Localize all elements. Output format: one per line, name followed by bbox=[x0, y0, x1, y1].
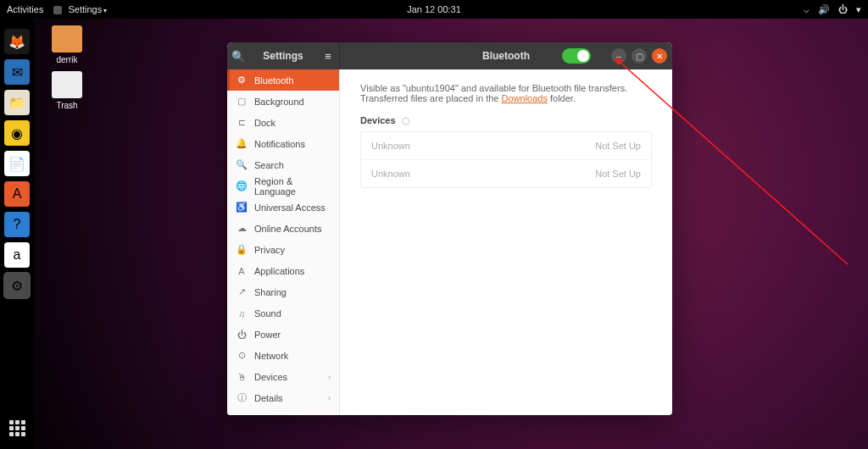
sidebar-icon: ♿ bbox=[236, 202, 248, 213]
hamburger-icon[interactable]: ≡ bbox=[317, 42, 339, 69]
device-status: Not Set Up bbox=[595, 169, 641, 179]
sidebar-icon: ⏻ bbox=[236, 330, 248, 340]
downloads-link[interactable]: Downloads bbox=[502, 93, 548, 103]
sidebar-item-applications[interactable]: AApplications bbox=[227, 260, 339, 281]
sidebar-item-power[interactable]: ⏻Power bbox=[227, 324, 339, 345]
sidebar-item-label: Online Accounts bbox=[254, 224, 322, 234]
dock-rhythmbox[interactable]: ◉ bbox=[4, 120, 30, 146]
dock-files[interactable]: 📁 bbox=[4, 90, 30, 115]
chevron-right-icon: › bbox=[328, 373, 331, 381]
sidebar-icon: 🔒 bbox=[236, 244, 248, 255]
sidebar-item-devices[interactable]: 🖱Devices› bbox=[227, 366, 339, 387]
device-name: Unknown bbox=[371, 141, 410, 151]
sidebar-icon: ▢ bbox=[236, 96, 248, 107]
sidebar-item-network[interactable]: ⊙Network bbox=[227, 345, 339, 366]
bluetooth-toggle[interactable] bbox=[562, 48, 591, 64]
sidebar-item-sound[interactable]: ♫Sound bbox=[227, 302, 339, 324]
clock[interactable]: Jan 12 00:31 bbox=[407, 4, 461, 14]
sidebar-item-label: Sound bbox=[254, 308, 281, 319]
device-name: Unknown bbox=[371, 169, 410, 179]
sidebar-icon: 🖱 bbox=[236, 372, 248, 382]
bluetooth-pane: Visible as "ubuntu1904" and available fo… bbox=[340, 69, 672, 415]
sidebar-icon: ☁ bbox=[236, 223, 248, 234]
sidebar-item-bluetooth[interactable]: ⚙Bluetooth bbox=[227, 69, 339, 91]
device-status: Not Set Up bbox=[595, 141, 641, 151]
system-menu-chevron[interactable]: ▾ bbox=[856, 4, 861, 15]
chevron-down-icon: ▾ bbox=[103, 7, 107, 14]
dock-software[interactable]: A bbox=[4, 181, 30, 207]
appmenu-icon bbox=[53, 6, 62, 14]
sidebar-icon: ⊙ bbox=[236, 350, 248, 361]
window-header: 🔍 Settings ≡ Bluetooth – ▢ ✕ bbox=[227, 42, 672, 69]
sidebar-icon: ↗ bbox=[236, 286, 248, 297]
maximize-button[interactable]: ▢ bbox=[632, 48, 647, 64]
sidebar-item-label: Sharing bbox=[254, 287, 287, 297]
window-title: Bluetooth bbox=[482, 50, 530, 62]
sidebar-item-label: Details bbox=[254, 393, 283, 403]
folder-icon bbox=[52, 25, 82, 53]
header-sidebar: 🔍 Settings ≡ bbox=[227, 42, 340, 69]
sidebar-item-background[interactable]: ▢Background bbox=[227, 91, 339, 112]
show-applications-button[interactable] bbox=[4, 415, 30, 441]
sidebar-item-label: Bluetooth bbox=[254, 75, 293, 86]
spinner-icon: ◌ bbox=[402, 115, 410, 126]
sidebar-item-label: Universal Access bbox=[254, 202, 326, 213]
sidebar-item-universal-access[interactable]: ♿Universal Access bbox=[227, 197, 339, 218]
sidebar-icon: ♫ bbox=[236, 308, 248, 319]
chevron-right-icon: › bbox=[328, 394, 331, 402]
sidebar-icon: 🔔 bbox=[236, 138, 248, 149]
dock-help[interactable]: ? bbox=[4, 212, 30, 237]
sidebar-item-details[interactable]: ⓘDetails› bbox=[227, 387, 339, 408]
trash-icon: ♻ bbox=[52, 71, 82, 98]
sidebar-item-sharing[interactable]: ↗Sharing bbox=[227, 281, 339, 302]
sidebar-icon: ⊏ bbox=[236, 117, 248, 128]
desktop-home-folder[interactable]: derrik bbox=[46, 25, 88, 64]
sidebar-icon: 🔍 bbox=[236, 159, 248, 170]
sidebar-item-online-accounts[interactable]: ☁Online Accounts bbox=[227, 218, 339, 239]
sidebar-item-label: Dock bbox=[254, 118, 275, 128]
sidebar-item-label: Region & Language bbox=[254, 176, 331, 197]
dock-settings[interactable]: ⚙ bbox=[4, 273, 30, 298]
sidebar-item-notifications[interactable]: 🔔Notifications bbox=[227, 133, 339, 154]
sidebar-item-dock[interactable]: ⊏Dock bbox=[227, 112, 339, 133]
volume-icon[interactable]: 🔊 bbox=[818, 4, 830, 15]
sidebar-icon: 🌐 bbox=[236, 180, 248, 191]
activities-button[interactable]: Activities bbox=[7, 4, 43, 14]
dock-thunderbird[interactable]: ✉ bbox=[4, 59, 30, 85]
power-icon[interactable]: ⏻ bbox=[838, 4, 848, 15]
sidebar-item-label: Search bbox=[254, 160, 284, 170]
sidebar-icon: ⚙ bbox=[236, 75, 248, 86]
sidebar-item-label: Devices bbox=[254, 372, 287, 382]
dock-writer[interactable]: 📄 bbox=[4, 151, 30, 176]
sidebar-item-label: Background bbox=[254, 97, 304, 107]
sidebar-item-search[interactable]: 🔍Search bbox=[227, 154, 339, 175]
dock-amazon[interactable]: a bbox=[4, 242, 30, 268]
appmenu-settings[interactable]: Settings▾ bbox=[53, 4, 107, 14]
sidebar-icon: ⓘ bbox=[236, 391, 248, 404]
top-panel: Activities Settings▾ Jan 12 00:31 ⌵ 🔊 ⏻ … bbox=[0, 0, 868, 19]
sidebar-item-label: Network bbox=[254, 351, 288, 361]
network-icon[interactable]: ⌵ bbox=[804, 4, 810, 15]
dock-firefox[interactable]: 🦊 bbox=[4, 29, 30, 54]
header-sidebar-title: Settings bbox=[263, 50, 303, 62]
close-button[interactable]: ✕ bbox=[652, 48, 667, 64]
sidebar-icon: A bbox=[236, 266, 248, 276]
device-row[interactable]: UnknownNot Set Up bbox=[361, 160, 651, 187]
sidebar-item-label: Privacy bbox=[254, 245, 285, 255]
desktop-trash[interactable]: ♻ Trash bbox=[46, 71, 88, 110]
search-icon[interactable]: 🔍 bbox=[227, 42, 249, 69]
settings-sidebar: ⚙Bluetooth▢Background⊏Dock🔔Notifications… bbox=[227, 69, 340, 415]
sidebar-item-region-language[interactable]: 🌐Region & Language bbox=[227, 175, 339, 197]
bluetooth-info-text: Visible as "ubuntu1904" and available fo… bbox=[360, 83, 652, 103]
sidebar-item-label: Notifications bbox=[254, 139, 305, 149]
sidebar-item-label: Applications bbox=[254, 266, 304, 276]
sidebar-item-privacy[interactable]: 🔒Privacy bbox=[227, 239, 339, 260]
sidebar-item-label: Power bbox=[254, 330, 281, 340]
device-list: UnknownNot Set UpUnknownNot Set Up bbox=[360, 131, 652, 188]
minimize-button[interactable]: – bbox=[611, 48, 626, 64]
dock: 🦊✉📁◉📄A?a⚙ bbox=[0, 19, 34, 449]
device-row[interactable]: UnknownNot Set Up bbox=[361, 132, 651, 160]
devices-heading: Devices bbox=[360, 115, 396, 125]
settings-window: 🔍 Settings ≡ Bluetooth – ▢ ✕ ⚙Bluetooth▢… bbox=[227, 42, 672, 415]
